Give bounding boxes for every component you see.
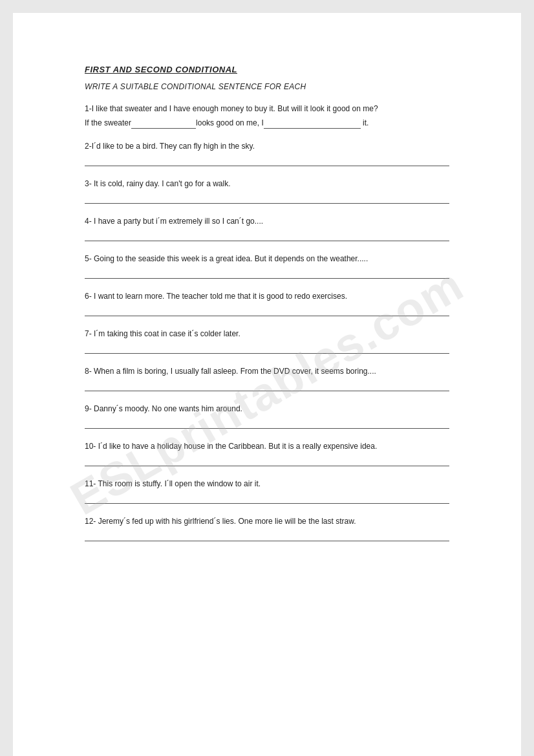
worksheet-page: ESLprintables.com FIRST AND SECOND CONDI… bbox=[13, 13, 521, 756]
item-10-answer-line[interactable] bbox=[85, 455, 449, 466]
page-subtitle: WRITE A SUITABLE CONDITIONAL SENTENCE FO… bbox=[85, 82, 449, 91]
page-title: FIRST AND SECOND CONDITIONAL bbox=[85, 65, 449, 74]
item-6: 6- I want to learn more. The teacher tol… bbox=[85, 290, 449, 316]
item-3: 3- It is cold, rainy day. I can't go for… bbox=[85, 178, 449, 204]
item-8: 8- When a film is boring, I usually fall… bbox=[85, 365, 449, 391]
item-5-answer-line[interactable] bbox=[85, 267, 449, 279]
item-4: 4- I have a party but i´m extremely ill … bbox=[85, 215, 449, 241]
item-8-text: 8- When a film is boring, I usually fall… bbox=[85, 365, 449, 377]
item-2-text: 2-I´d like to be a bird. They can fly hi… bbox=[85, 140, 449, 152]
item-4-text: 4- I have a party but i´m extremely ill … bbox=[85, 215, 449, 227]
item-12-text: 12- Jeremy´s fed up with his girlfriend´… bbox=[85, 515, 449, 527]
item-5-text: 5- Going to the seaside this week is a g… bbox=[85, 253, 449, 265]
item-8-answer-line[interactable] bbox=[85, 380, 449, 391]
blank-1b[interactable] bbox=[264, 120, 361, 129]
blank-1a[interactable] bbox=[131, 120, 196, 129]
item-3-answer-line[interactable] bbox=[85, 192, 449, 204]
item-6-text: 6- I want to learn more. The teacher tol… bbox=[85, 290, 449, 302]
item-3-text: 3- It is cold, rainy day. I can't go for… bbox=[85, 178, 449, 189]
item-9-text: 9- Danny´s moody. No one wants him aroun… bbox=[85, 403, 449, 415]
item-12-answer-line[interactable] bbox=[85, 530, 449, 541]
item-9: 9- Danny´s moody. No one wants him aroun… bbox=[85, 403, 449, 429]
item-11: 11- This room is stuffy. I´ll open the w… bbox=[85, 478, 449, 504]
item-9-answer-line[interactable] bbox=[85, 417, 449, 429]
item-2-answer-line[interactable] bbox=[85, 155, 449, 166]
item-11-answer-line[interactable] bbox=[85, 492, 449, 504]
item-6-answer-line[interactable] bbox=[85, 305, 449, 316]
item-7: 7- I´m taking this coat in case it´s col… bbox=[85, 328, 449, 354]
item-1-fill: If the sweaterlooks good on me, I it. bbox=[85, 117, 449, 129]
item-4-answer-line[interactable] bbox=[85, 230, 449, 241]
item-7-answer-line[interactable] bbox=[85, 342, 449, 354]
item-11-text: 11- This room is stuffy. I´ll open the w… bbox=[85, 478, 449, 490]
item-2: 2-I´d like to be a bird. They can fly hi… bbox=[85, 140, 449, 166]
item-7-text: 7- I´m taking this coat in case it´s col… bbox=[85, 328, 449, 340]
item-10: 10- I´d like to have a holiday house in … bbox=[85, 440, 449, 466]
item-1: 1-I like that sweater and I have enough … bbox=[85, 103, 449, 129]
item-1-text: 1-I like that sweater and I have enough … bbox=[85, 103, 449, 114]
item-10-text: 10- I´d like to have a holiday house in … bbox=[85, 440, 449, 452]
item-5: 5- Going to the seaside this week is a g… bbox=[85, 253, 449, 279]
item-12: 12- Jeremy´s fed up with his girlfriend´… bbox=[85, 515, 449, 541]
